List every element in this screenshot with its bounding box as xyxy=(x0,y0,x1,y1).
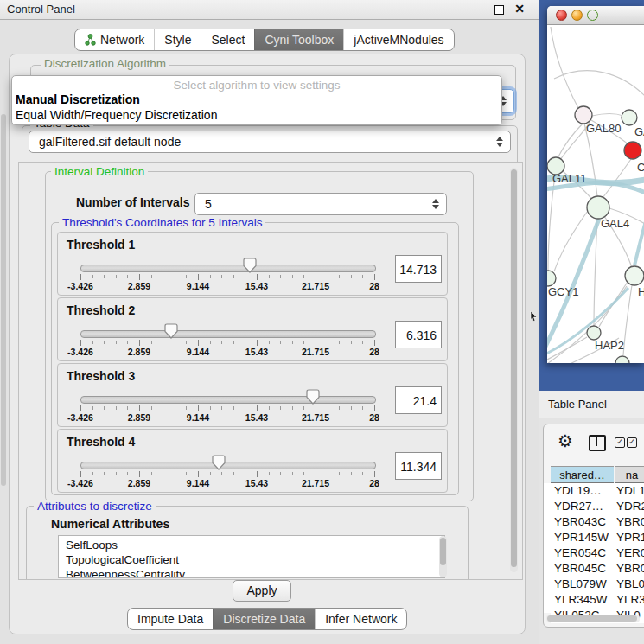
table-cell[interactable]: YDL19… xyxy=(551,483,618,499)
network-node-c[interactable] xyxy=(624,142,641,159)
table-cell[interactable]: YPR145W xyxy=(551,530,618,545)
split-pane-icon[interactable] xyxy=(589,435,606,451)
slider-tick-label: 9.144 xyxy=(187,347,209,357)
gear-icon[interactable]: ⚙ xyxy=(558,430,573,451)
column-header-name[interactable]: na xyxy=(615,466,644,483)
table-cell[interactable]: YBL0 xyxy=(615,577,644,592)
threshold-value-field[interactable]: 21.4 xyxy=(395,386,442,414)
network-graph[interactable]: GAL80GACGAL11GAL4GCY1HHAP2 xyxy=(547,25,644,363)
tab-cyni-toolbox[interactable]: Cyni Toolbox xyxy=(254,29,343,50)
slider-thumb[interactable] xyxy=(212,455,226,470)
slider-major-tick xyxy=(139,274,140,280)
apply-button[interactable]: Apply xyxy=(233,580,291,602)
float-window-icon[interactable] xyxy=(494,5,504,15)
slider-track[interactable] xyxy=(80,265,376,272)
slider-tick-label: 9.144 xyxy=(187,412,209,423)
table-cell[interactable]: YDR2 xyxy=(615,499,644,514)
slider-major-tick xyxy=(198,471,199,477)
table-cell[interactable]: YBR0 xyxy=(615,561,644,577)
slider-tick-label: 15.43 xyxy=(245,478,268,488)
attribute-list-item[interactable]: BetweennessCentrality xyxy=(66,567,444,578)
panel-vertical-scrollbar[interactable] xyxy=(510,168,518,572)
slider-thumb[interactable] xyxy=(243,258,257,273)
threshold-value-field[interactable]: 14.713 xyxy=(395,255,442,283)
table-cell[interactable]: YER0 xyxy=(615,545,644,561)
network-node-label: H xyxy=(638,285,644,298)
network-node-gcy1[interactable] xyxy=(547,271,556,286)
table-cell[interactable]: YPR1 xyxy=(615,530,644,545)
slider-major-tick xyxy=(139,340,140,346)
tab-network[interactable]: Network xyxy=(75,29,154,50)
threshold-value-field[interactable]: 6.316 xyxy=(395,321,442,348)
slider-track[interactable] xyxy=(80,396,376,404)
tab-select[interactable]: Select xyxy=(201,29,254,50)
network-icon xyxy=(85,34,96,46)
table-cell[interactable]: YDL1 xyxy=(615,483,644,499)
bottom-tab-label: Infer Network xyxy=(325,612,397,626)
tab-label: Network xyxy=(100,33,144,47)
network-desktop: GAL80GACGAL11GAL4GCY1HHAP2 xyxy=(539,0,644,391)
slider-track[interactable] xyxy=(80,330,376,338)
tab-jactivemnodules[interactable]: jActiveMNodules xyxy=(343,29,453,50)
slider-tick-label: 28 xyxy=(369,412,379,423)
network-canvas[interactable]: GAL80GACGAL11GAL4GCY1HHAP2 xyxy=(547,25,644,363)
zoom-traffic-light-icon[interactable] xyxy=(587,10,598,21)
threshold-row: Threshold 1-3.4262.8599.14415.4321.71528… xyxy=(57,232,448,296)
slider-major-tick xyxy=(374,340,375,346)
slider-tick-label: 2.859 xyxy=(128,478,150,488)
table-cell[interactable]: YDR27… xyxy=(551,499,618,514)
checkbox-icon[interactable]: ✓ xyxy=(615,437,625,448)
tab-style[interactable]: Style xyxy=(154,29,201,50)
outer-left-scrollbar[interactable] xyxy=(0,54,7,633)
threshold-label: Threshold 1 xyxy=(67,238,135,252)
close-icon[interactable]: ✕ xyxy=(514,2,525,16)
close-traffic-light-icon[interactable] xyxy=(556,10,567,21)
network-node-gal4[interactable] xyxy=(587,196,609,219)
network-node-h[interactable] xyxy=(625,266,644,285)
slider-minor-ticks xyxy=(80,406,375,410)
network-node-label: HAP2 xyxy=(595,339,624,352)
slider-tick-label: 9.144 xyxy=(187,281,209,291)
table-panel-area: ⚙ ✓ ✓ shared…na YDL19…YDL1YDR27…YDR2YBR0… xyxy=(539,418,644,644)
bottom-tab-impute-data[interactable]: Impute Data xyxy=(128,609,213,629)
network-node-gal80[interactable] xyxy=(575,106,592,124)
network-node-label: C xyxy=(637,161,644,174)
bottom-tabbar: Impute DataDiscretize DataInfer Network xyxy=(127,608,407,630)
table-cell[interactable]: YBR043C xyxy=(551,514,618,530)
table-data-combobox[interactable]: galFiltered.sif default node xyxy=(29,131,511,153)
numerical-attributes-list[interactable]: SelfLoopsTopologicalCoefficientBetweenne… xyxy=(58,535,445,578)
number-of-intervals-combobox[interactable]: 5 xyxy=(194,193,447,215)
slider-thumb[interactable] xyxy=(164,323,178,339)
table-cell[interactable]: YLR3 xyxy=(615,592,644,608)
table-cell[interactable]: YBR045C xyxy=(551,561,618,577)
bottom-tab-infer-network[interactable]: Infer Network xyxy=(315,609,406,629)
algorithm-option[interactable]: Equal Width/Frequency Discretization xyxy=(12,107,501,123)
attribute-list-item[interactable]: SelfLoops xyxy=(66,538,444,552)
algorithm-option[interactable]: Manual Discretization xyxy=(12,92,501,107)
slider-major-tick xyxy=(257,274,258,280)
minimize-traffic-light-icon[interactable] xyxy=(571,10,583,21)
slider-thumb[interactable] xyxy=(306,389,320,405)
attributes-scrollbar[interactable] xyxy=(439,536,447,577)
network-node[interactable] xyxy=(615,356,629,363)
network-window-titlebar[interactable] xyxy=(547,6,644,25)
network-node-ga[interactable] xyxy=(622,110,637,125)
table-cell[interactable]: YER054C xyxy=(551,545,618,561)
slider-tick-label: 15.43 xyxy=(245,412,268,423)
checkbox-icon[interactable]: ✓ xyxy=(627,437,637,448)
threshold-value-field[interactable]: 11.344 xyxy=(395,452,442,480)
column-header-shared-name[interactable]: shared… xyxy=(551,466,614,483)
network-node-hap2[interactable] xyxy=(587,326,601,340)
table-horizontal-scrollbar[interactable] xyxy=(546,615,640,622)
slider-major-tick xyxy=(257,405,258,411)
table-cell[interactable]: YLR345W xyxy=(551,592,618,608)
slider-tick-label: 21.715 xyxy=(302,412,329,423)
slider-track[interactable] xyxy=(80,462,376,469)
table-cell[interactable]: YBR0 xyxy=(615,514,644,530)
network-window[interactable]: GAL80GACGAL11GAL4GCY1HHAP2 xyxy=(547,6,644,363)
slider-tick-label: 2.859 xyxy=(128,412,150,423)
attribute-list-item[interactable]: TopologicalCoefficient xyxy=(66,552,444,567)
table-cell[interactable]: YBL079W xyxy=(551,577,618,592)
slider-major-tick xyxy=(80,340,81,346)
bottom-tab-discretize-data[interactable]: Discretize Data xyxy=(213,609,315,629)
